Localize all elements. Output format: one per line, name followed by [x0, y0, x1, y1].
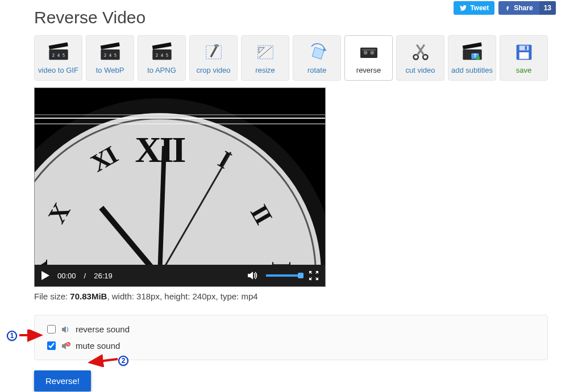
toolbar: 2 4 5 video to GIF 2 4 5 to WebP 2 4 5 t…: [34, 35, 548, 81]
tool-video-to-gif[interactable]: 2 4 5 video to GIF: [34, 35, 82, 81]
video-preview[interactable]: XII XI I X II IX III 00:00 / 26:19: [34, 87, 326, 287]
file-size-value: 70.83MiB: [70, 291, 107, 301]
reverse-button[interactable]: Reverse!: [34, 370, 91, 391]
clapper-icon: 2 4 5: [151, 42, 173, 62]
file-height-value: 240px: [193, 291, 216, 301]
fb-share-button[interactable]: Share 13: [498, 1, 556, 15]
fb-share-label: Share: [514, 4, 533, 12]
fullscreen-icon[interactable]: [309, 271, 318, 280]
tool-save[interactable]: save: [500, 35, 548, 81]
tool-label: rotate: [307, 66, 326, 74]
option-mute-sound: mute sound: [45, 337, 537, 354]
volume-bar[interactable]: [266, 274, 301, 277]
svg-point-25: [476, 56, 480, 60]
play-icon[interactable]: [41, 271, 49, 280]
svg-point-19: [413, 55, 418, 59]
resize-icon: [254, 42, 277, 62]
svg-rect-4: [100, 42, 119, 49]
tool-label: reverse: [356, 66, 381, 74]
film-scratch: [35, 118, 325, 119]
time-separator: /: [84, 272, 86, 280]
svg-rect-1: [48, 42, 68, 49]
tool-to-apng[interactable]: 2 4 5 to APNG: [138, 35, 186, 81]
floppy-icon: [513, 42, 535, 62]
twitter-icon: [459, 5, 467, 11]
svg-marker-30: [41, 271, 49, 280]
svg-text:2 4 5: 2 4 5: [52, 53, 65, 58]
svg-marker-12: [259, 47, 264, 53]
tweet-label: Tweet: [470, 4, 489, 12]
file-type-value: mp4: [241, 291, 257, 301]
mute-sound-label: mute sound: [76, 341, 120, 351]
svg-text:2 4 5: 2 4 5: [155, 53, 168, 58]
crop-icon: [202, 42, 225, 62]
svg-rect-29: [525, 46, 526, 50]
tool-label: save: [516, 66, 531, 74]
subtitles-icon: T: [461, 42, 484, 62]
file-type-label: , type:: [215, 291, 241, 301]
svg-marker-33: [62, 343, 66, 349]
svg-line-35: [67, 343, 69, 345]
svg-text:2 4 5: 2 4 5: [103, 53, 117, 58]
option-reverse-sound: reverse sound: [45, 321, 537, 337]
tool-label: add subtitles: [451, 66, 493, 74]
options-panel: reverse sound mute sound: [34, 315, 548, 360]
tool-crop-video[interactable]: crop video: [189, 35, 238, 81]
volume-icon[interactable]: [248, 271, 258, 280]
annotation-badge-2: 2: [118, 356, 128, 366]
cassette-icon: [357, 42, 380, 62]
svg-marker-32: [62, 326, 66, 333]
scissors-icon: [409, 42, 432, 62]
file-width-label: , width:: [107, 291, 136, 301]
svg-point-20: [423, 55, 427, 59]
tool-label: crop video: [197, 66, 231, 74]
file-info: File size: 70.83MiB, width: 318px, heigh…: [34, 291, 548, 301]
file-size-label: File size:: [34, 291, 70, 301]
tool-rotate[interactable]: rotate: [293, 35, 341, 81]
clapper-icon: 2 4 5: [47, 42, 70, 62]
social-buttons: Tweet Share 13: [454, 1, 556, 15]
svg-point-16: [363, 51, 367, 55]
tool-cut-video[interactable]: cut video: [396, 35, 444, 81]
tool-label: video to GIF: [38, 66, 78, 74]
svg-rect-7: [152, 42, 171, 49]
facebook-icon: [504, 5, 511, 11]
clock-graphic: XII XI I X II IX III: [34, 98, 326, 287]
duration: 26:19: [94, 272, 113, 280]
mute-sound-checkbox[interactable]: [47, 341, 56, 350]
tool-to-webp[interactable]: 2 4 5 to WebP: [86, 35, 134, 81]
svg-rect-13: [312, 47, 324, 59]
tool-resize[interactable]: resize: [241, 35, 289, 81]
svg-rect-28: [519, 52, 529, 59]
tool-label: to APNG: [147, 66, 176, 74]
tweet-button[interactable]: Tweet: [454, 1, 494, 15]
speaker-icon: [62, 326, 71, 333]
annotation-badge-1: 1: [7, 331, 17, 341]
file-width-value: 318px: [136, 291, 160, 301]
svg-point-17: [370, 51, 374, 55]
speaker-mute-icon: [62, 342, 71, 350]
reverse-sound-label: reverse sound: [76, 324, 130, 334]
rotate-icon: [306, 42, 329, 62]
tool-add-subtitles[interactable]: T add subtitles: [448, 35, 496, 81]
current-time: 00:00: [57, 272, 76, 280]
tool-reverse[interactable]: reverse: [344, 35, 393, 81]
tool-label: to WebP: [96, 66, 124, 74]
svg-marker-31: [248, 272, 253, 280]
fb-share-count: 13: [539, 1, 556, 15]
tool-label: resize: [255, 66, 275, 74]
file-height-label: , height:: [160, 291, 193, 301]
clapper-icon: 2 4 5: [99, 42, 122, 62]
svg-point-10: [214, 44, 218, 47]
svg-rect-27: [519, 45, 529, 50]
tool-label: cut video: [405, 66, 435, 74]
player-controls: 00:00 / 26:19: [35, 265, 325, 286]
svg-rect-18: [362, 49, 375, 51]
svg-rect-22: [462, 42, 481, 49]
reverse-sound-checkbox[interactable]: [47, 325, 56, 333]
